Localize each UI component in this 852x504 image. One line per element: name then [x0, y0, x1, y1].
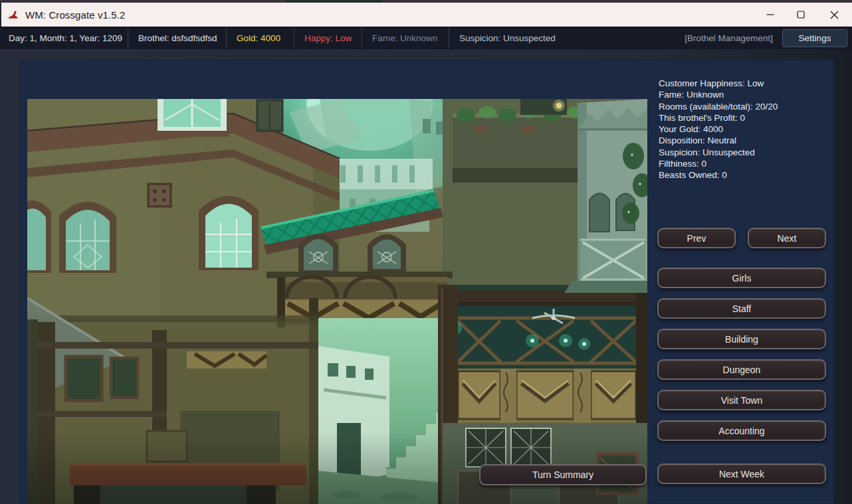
- minimize-button[interactable]: [755, 3, 786, 27]
- stat-beasts-owned: Beasts Owned: 0: [659, 169, 826, 181]
- maximize-button[interactable]: [786, 3, 816, 27]
- status-date: Day: 1, Month: 1, Year: 1209: [9, 33, 122, 43]
- stat-filthiness: Filthiness: 0: [659, 158, 826, 169]
- main-panel: Turn Summary Customer Happiness: Low Fam…: [20, 60, 834, 504]
- stat-gold: Your Gold: 4000: [659, 124, 826, 135]
- stat-fame: Fame: Unknown: [659, 89, 826, 100]
- app-logo-icon: [7, 9, 19, 21]
- stat-customer-happiness: Customer Happiness: Low: [659, 78, 826, 89]
- status-suspicion: Suspicion: Unsuspected: [459, 33, 556, 43]
- accounting-button[interactable]: Accounting: [657, 420, 826, 441]
- window-title: WM: Crossgate v1.5.2: [25, 9, 125, 21]
- prev-brothel-button[interactable]: Prev: [657, 228, 736, 248]
- status-gold: Gold: 4000: [237, 33, 280, 43]
- girls-button[interactable]: Girls: [657, 268, 826, 288]
- side-panel: Customer Happiness: Low Fame: Unknown Ro…: [657, 60, 826, 504]
- brothel-scene-art: [27, 99, 647, 504]
- next-week-button[interactable]: Next Week: [657, 463, 826, 484]
- stat-rooms: Rooms (available/total): 20/20: [659, 101, 826, 112]
- mode-label: [Brothel Management]: [685, 33, 773, 43]
- window-left-border: [0, 3, 1, 27]
- status-fame: Fame: Unknown: [372, 33, 437, 43]
- dungeon-button[interactable]: Dungeon: [657, 359, 826, 380]
- turn-summary-button[interactable]: Turn Summary: [479, 464, 647, 485]
- brothel-stats: Customer Happiness: Low Fame: Unknown Ro…: [659, 78, 826, 181]
- stat-suspicion: Suspicion: Unsuspected: [659, 147, 826, 158]
- stat-disposition: Disposition: Neutral: [659, 135, 826, 146]
- settings-button[interactable]: Settings: [782, 29, 847, 47]
- window-controls: [755, 3, 852, 27]
- close-button[interactable]: [816, 3, 852, 27]
- next-brothel-button[interactable]: Next: [748, 228, 826, 248]
- statusbar: Day: 1, Month: 1, Year: 1209 Brothel: ds…: [0, 27, 852, 49]
- app-window: WM: Crossgate v1.5.2 Day: 1, Month: 1, Y…: [0, 0, 852, 504]
- workspace-background: Turn Summary Customer Happiness: Low Fam…: [0, 49, 852, 504]
- building-button[interactable]: Building: [657, 329, 826, 349]
- titlebar[interactable]: WM: Crossgate v1.5.2: [0, 3, 852, 27]
- stat-profit: This brothel's Profit: 0: [659, 112, 826, 124]
- visit-town-button[interactable]: Visit Town: [657, 390, 826, 410]
- status-happiness: Happy: Low: [304, 33, 352, 43]
- status-brothel-name: Brothel: dsfsdfsdfsd: [138, 33, 217, 43]
- staff-button[interactable]: Staff: [657, 298, 826, 319]
